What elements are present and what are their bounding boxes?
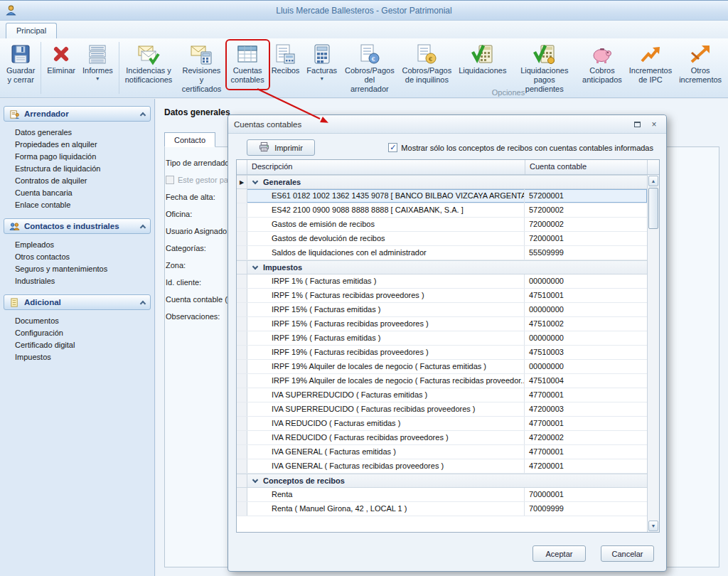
print-button[interactable]: Imprimir: [247, 139, 315, 156]
grid-row[interactable]: IVA REDUCIDO ( Facturas emitidas )477000…: [237, 417, 647, 431]
ribbon-button-incidencias-y-notificaciones[interactable]: Incidencias y notificaciones: [122, 41, 176, 88]
expand-chevron-icon[interactable]: [252, 477, 258, 483]
sidebar-item-estructura-de-liquidaci-n[interactable]: Estructura de liquidación: [15, 162, 151, 174]
filter-checkbox[interactable]: ✓ Mostrar sólo los conceptos de recibos …: [388, 143, 653, 152]
checkbox-checked-icon[interactable]: ✓: [388, 143, 397, 152]
sidebar-item-configuraci-n[interactable]: Configuración: [15, 326, 151, 338]
scrollbar-track[interactable]: [648, 187, 659, 520]
ribbon-button-otros-incrementos[interactable]: Otros incrementos: [675, 41, 725, 88]
cell-descripcion: Gastos de devolución de recibos: [247, 232, 525, 245]
grid-row[interactable]: ES61 0182 1002 1362 1435 9078 [ BANCO BI…: [237, 189, 647, 203]
grid-row[interactable]: IRPF 19% ( Facturas emitidas )00000000: [237, 331, 647, 346]
grid-row[interactable]: IRPF 15% ( Facturas emitidas )00000000: [237, 303, 647, 317]
cell-descripcion: ES61 0182 1002 1362 1435 9078 [ BANCO BI…: [247, 189, 525, 203]
ribbon-button-cobros-anticipados[interactable]: Cobros anticipados: [579, 41, 626, 88]
ribbon-button-facturas[interactable]: Facturas▾: [303, 41, 341, 88]
expand-chevron-icon[interactable]: [252, 178, 258, 184]
sidebar-section-contactos-e-industriales[interactable]: Contactos e industriales: [4, 218, 151, 234]
row-indicator: [237, 203, 247, 217]
grid-row[interactable]: IRPF 19% ( Facturas recibidas proveedore…: [237, 346, 647, 360]
ribbon-button-incrementos-de-ipc[interactable]: Incrementos de IPC: [626, 41, 675, 88]
sidebar-item-otros-contactos[interactable]: Otros contactos: [15, 250, 151, 262]
sidebar-item-industriales[interactable]: Industriales: [15, 274, 151, 287]
ribbon-button-informes[interactable]: Informes▾: [79, 41, 117, 88]
collapse-chevron-icon: [140, 112, 146, 117]
column-header-descripcion[interactable]: Descripción: [247, 160, 525, 174]
sidebar-section-arrendador[interactable]: Arrendador: [4, 106, 151, 122]
ribbon-button-revisiones-y-certificados[interactable]: Revisiones y certificados: [176, 41, 227, 88]
dialog-restore-button[interactable]: [631, 119, 643, 130]
grid-row[interactable]: IRPF 1% ( Facturas emitidas )00000000: [237, 274, 647, 289]
cell-cuenta-contable: 47200001: [525, 459, 647, 473]
expand-chevron-icon[interactable]: [252, 264, 258, 270]
accept-button[interactable]: Aceptar: [532, 545, 586, 562]
dialog-close-button[interactable]: ×: [648, 119, 660, 130]
grid-row[interactable]: Saldos de liquidaciones con el administr…: [237, 246, 647, 260]
grid-row[interactable]: IRPF 1% ( Facturas recibidas proveedores…: [237, 289, 647, 303]
sidebar-item-empleados[interactable]: Empleados: [15, 238, 151, 250]
ribbon-button-label: Cuentas contables: [231, 66, 264, 85]
scroll-up-icon[interactable]: ▲: [648, 176, 658, 186]
sidebar-item-propiedades-en-alquiler[interactable]: Propiedades en alquiler: [15, 138, 151, 150]
cancel-button[interactable]: Cancelar: [601, 545, 654, 562]
grid-row[interactable]: IRPF 19% Alquiler de locales de negocio …: [237, 360, 647, 374]
collapse-chevron-icon: [140, 300, 146, 306]
sidebar-item-forma-pago-liquidaci-n[interactable]: Forma pago liquidación: [15, 150, 151, 162]
group-row-conceptos-de-recibos[interactable]: Conceptos de recibos: [237, 474, 647, 488]
tab-principal[interactable]: Principal: [6, 23, 57, 38]
grid-row[interactable]: IVA GENERAL ( Facturas recibidas proveed…: [237, 459, 647, 474]
grid-row[interactable]: Renta70000001: [237, 488, 647, 502]
contacts-icon: [9, 221, 20, 232]
cell-cuenta-contable: 70009999: [525, 502, 647, 516]
group-cell: Generales: [247, 176, 647, 188]
ribbon-button-liquidaciones[interactable]: Liquidaciones: [455, 41, 510, 88]
cell-cuenta-contable: 47200002: [525, 431, 647, 444]
tab-contacto[interactable]: Contacto: [164, 132, 215, 147]
grid-row[interactable]: IVA SUPERREDUCIDO ( Facturas recibidas p…: [237, 402, 647, 417]
save-icon: [9, 43, 32, 65]
column-header-cuenta-contable[interactable]: Cuenta contable: [525, 160, 648, 174]
sidebar-item-datos-generales[interactable]: Datos generales: [15, 126, 151, 138]
ribbon-button-label: Informes: [82, 66, 113, 75]
field-oficina: Oficina:: [166, 210, 192, 218]
scrollbar-thumb[interactable]: [648, 188, 658, 229]
ribbon-button-label: Cobros/Pagos de inquilinos: [402, 66, 452, 85]
checkbox-icon[interactable]: [166, 176, 174, 184]
sidebar-item-contratos-de-alquiler[interactable]: Contratos de alquiler: [15, 174, 151, 186]
svg-text:€: €: [429, 55, 432, 63]
cell-descripcion: ES42 2100 0900 9088 8888 8888 [ CAIXABAN…: [247, 203, 525, 217]
sidebar-item-seguros-y-mantenimientos[interactable]: Seguros y mantenimientos: [15, 262, 151, 274]
additional-icon: [9, 297, 20, 308]
ribbon-button-cobros-pagos-de-inquilinos[interactable]: €Cobros/Pagos de inquilinos: [399, 41, 456, 88]
cell-descripcion: IVA REDUCIDO ( Facturas emitidas ): [247, 417, 525, 430]
cell-descripcion: IRPF 19% ( Facturas recibidas proveedore…: [247, 346, 525, 359]
grid-scrollbar[interactable]: ▲ ▼: [647, 175, 659, 532]
sidebar-item-enlace-contable[interactable]: Enlace contable: [15, 198, 151, 210]
ribbon-button-liquidaciones-pagos-pendientes[interactable]: Liquidaciones pagos pendientes: [510, 41, 579, 88]
group-row-generales[interactable]: ▶Generales: [237, 175, 647, 189]
ribbon-button-cobros-pagos-del-arrendador[interactable]: €Cobros/Pagos del arrendador: [341, 41, 398, 88]
ribbon-button-cuentas-contables[interactable]: Cuentas contables: [228, 41, 268, 88]
group-row-impuestos[interactable]: Impuestos: [237, 260, 647, 274]
ribbon-button-eliminar[interactable]: Eliminar: [43, 41, 79, 88]
grid-row[interactable]: IVA GENERAL ( Facturas emitidas )4770000…: [237, 445, 647, 459]
ribbon-button-recibos[interactable]: Recibos: [268, 41, 304, 88]
scroll-down-icon[interactable]: ▼: [648, 521, 658, 531]
grid-row[interactable]: Renta ( Manuel Girona, 42 , LOCAL 1 )700…: [237, 502, 647, 516]
grid-row[interactable]: Gastos de devolución de recibos72000001: [237, 232, 647, 246]
grid-row[interactable]: Gastos de emisión de recibos72000002: [237, 218, 647, 232]
ribbon-button-guardar-y-cerrar[interactable]: Guardar y cerrar: [3, 41, 38, 88]
sidebar-section-adicional[interactable]: Adicional: [4, 294, 151, 310]
grid-row[interactable]: ES42 2100 0900 9088 8888 8888 [ CAIXABAN…: [237, 203, 647, 218]
grid-rows: ▶GeneralesES61 0182 1002 1362 1435 9078 …: [237, 175, 647, 532]
grid-row[interactable]: IVA SUPERREDUCIDO ( Facturas emitidas )4…: [237, 388, 647, 402]
grid-row[interactable]: IRPF 19% Alquiler de locales de negocio …: [237, 374, 647, 388]
sidebar-item-impuestos[interactable]: Impuestos: [15, 351, 151, 363]
cell-cuenta-contable: 47510002: [525, 317, 647, 331]
sidebar-item-documentos[interactable]: Documentos: [15, 314, 151, 326]
sidebar-section-items: DocumentosConfiguraciónCertificado digit…: [4, 310, 151, 364]
grid-row[interactable]: IRPF 15% ( Facturas recibidas proveedore…: [237, 317, 647, 331]
sidebar-item-certificado-digital[interactable]: Certificado digital: [15, 338, 151, 351]
grid-row[interactable]: IVA REDUCIDO ( Facturas recibidas provee…: [237, 431, 647, 445]
sidebar-item-cuenta-bancaria[interactable]: Cuenta bancaria: [15, 186, 151, 198]
